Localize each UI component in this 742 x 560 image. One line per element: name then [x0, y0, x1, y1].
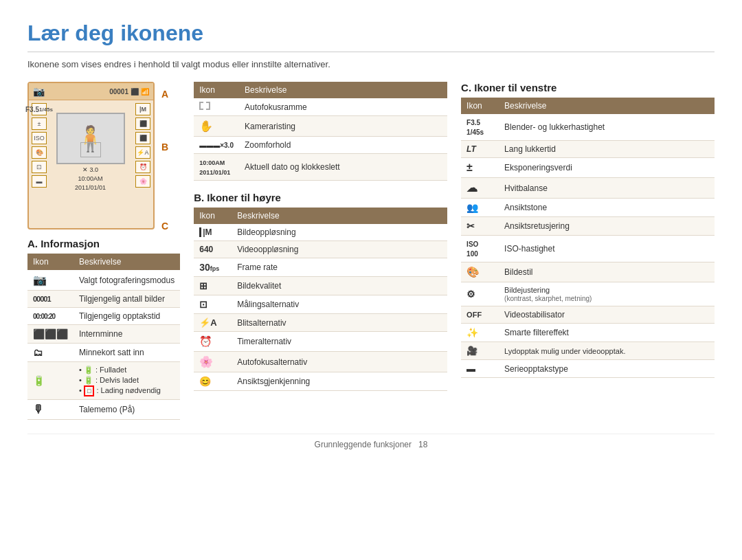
b-top-table: Ikon Beskrivelse Autofokusramme ✋ Kamera… [194, 82, 447, 181]
page-subtitle: Ikonene som vises endres i henhold til v… [27, 59, 715, 69]
table-row: Autofokusramme [194, 98, 447, 116]
col-icon-a: Ikon [27, 254, 74, 270]
footer-text: Grunnleggende funksjoner [315, 440, 412, 449]
table-row: ⚡A Blitsalternativ [194, 314, 447, 332]
section-c: C. Ikoner til venstre Ikon Beskrivelse F… [461, 82, 715, 420]
table-row: ☁ Hvitbalanse [461, 178, 715, 199]
table-row: F3.51/45s Blender- og lukkerhastighet [461, 114, 715, 141]
b-top-col-desc: Beskrivelse [239, 82, 447, 98]
table-row: 🎥 Lydopptak mulig under videoopptak. [461, 342, 715, 360]
c-col-desc: Beskrivelse [499, 98, 715, 114]
section-b: Ikon Beskrivelse Autofokusramme ✋ Kamera… [194, 82, 447, 420]
table-row: 👥 Ansiktstone [461, 199, 715, 217]
section-c-table: Ikon Beskrivelse F3.51/45s Blender- og l… [461, 98, 715, 378]
table-row: ▬▬▬×3.0 Zoomforhold [194, 137, 447, 154]
table-row: 🌸 Autofokusalternativ [194, 352, 447, 372]
table-row: 🗂 Minnekort satt inn [27, 344, 180, 362]
table-row: ✂ Ansiktsretusjering [461, 217, 715, 236]
table-row: ✨ Smarte filtereffekt [461, 324, 715, 342]
table-row: ISO100 ISO-hastighet [461, 236, 715, 262]
table-row: OFF Videostabilisator [461, 306, 715, 324]
section-a-table: Ikon Beskrivelse 📷 Valgt fotograferingsm… [27, 254, 180, 420]
table-row: 🔋 • 🔋 : Fulladet • 🔋 : Delvis ladet • □ … [27, 362, 180, 400]
table-row: ⏰ Timeralternativ [194, 332, 447, 352]
b-col-icon: Ikon [194, 208, 232, 224]
section-a-title: A. Informasjon [27, 238, 180, 249]
label-c: C [161, 221, 168, 232]
table-row: ⚙ Bildejustering(kontrast, skarphet, met… [461, 282, 715, 306]
section-b-table: Ikon Beskrivelse |M Bildeoppløsning 640 … [194, 208, 447, 391]
col-desc-a: Beskrivelse [74, 254, 180, 270]
section-a: A. Informasjon Ikon Beskrivelse 📷 Valgt … [27, 238, 180, 420]
table-row: ± Eksponeringsverdi [461, 158, 715, 178]
table-row: ▬ Serieopptakstype [461, 360, 715, 378]
table-row: |M Bildeoppløsning [194, 224, 447, 241]
table-row: 00001 Tilgjengelig antall bilder [27, 291, 180, 308]
table-row: 10:00AM2011/01/01 Aktuell dato og klokke… [194, 154, 447, 181]
table-row: ⊞ Bildekvalitet [194, 277, 447, 295]
b-col-desc: Beskrivelse [232, 208, 447, 224]
table-row: 30fps Frame rate [194, 258, 447, 277]
table-row: ⊡ Målingsalternativ [194, 295, 447, 314]
table-row: 📷 Valgt fotograferingsmodus [27, 270, 180, 291]
table-row: 🎙 Talememo (På) [27, 400, 180, 420]
label-a: A [161, 89, 168, 100]
table-row: 🎨 Bildestil [461, 262, 715, 282]
table-row: 😊 Ansiktsgjenkjenning [194, 372, 447, 391]
table-row: 640 Videooppløsning [194, 241, 447, 258]
section-b-top-table: Ikon Beskrivelse Autofokusramme ✋ Kamera… [194, 82, 447, 181]
page-title: Lær deg ikonene [27, 21, 715, 52]
footer: Grunnleggende funksjoner 18 [27, 434, 715, 449]
b-top-col-icon: Ikon [194, 82, 239, 98]
table-row: ✋ Kameraristing [194, 116, 447, 137]
c-col-icon: Ikon [461, 98, 499, 114]
table-row: ⬛⬛⬛ Internminne [27, 325, 180, 344]
camera-diagram: 📷 00001 ⬛ 📶 F3.51/45s ± ISO 🎨 [27, 82, 155, 229]
section-c-title: C. Ikoner til venstre [461, 82, 715, 93]
section-b-title: B. Ikoner til høyre [194, 192, 447, 203]
footer-page: 18 [418, 440, 427, 449]
battery-list: • 🔋 : Fulladet • 🔋 : Delvis ladet • □ : … [79, 366, 175, 394]
table-row: LT Lang lukkertid [461, 141, 715, 158]
table-row: 00:00:20 Tilgjengelig opptakstid [27, 308, 180, 325]
label-b: B [161, 142, 168, 153]
